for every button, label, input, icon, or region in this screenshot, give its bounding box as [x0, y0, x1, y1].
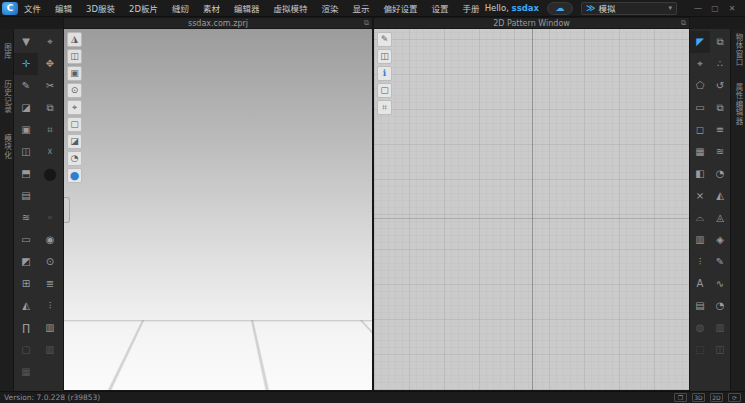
menu-item-6[interactable]: 编辑器: [234, 2, 260, 14]
drape-button[interactable]: ◪: [67, 134, 82, 149]
menu-item-4[interactable]: 缝纫: [172, 2, 189, 14]
viewport-2d[interactable]: ✎◫ℹ▢⌗: [373, 29, 690, 391]
menu-item-0[interactable]: 文件: [24, 2, 41, 14]
menu-item-12[interactable]: 手册: [463, 2, 480, 14]
remove-tool[interactable]: ☓: [38, 141, 62, 163]
simulation-mode-dropdown[interactable]: ≫ 模拟 ▾: [581, 2, 677, 15]
pin-view-button[interactable]: ⊙: [67, 83, 82, 98]
select-avatar-tool[interactable]: ⌖: [38, 31, 62, 53]
move-points-tool[interactable]: ∴: [710, 53, 730, 75]
select-move-tool[interactable]: ✛: [14, 53, 38, 75]
menu-item-9[interactable]: 显示: [353, 2, 370, 14]
seam-tool[interactable]: ≋: [14, 207, 38, 229]
flatten-tool[interactable]: ◬: [710, 207, 730, 229]
shirt-template-tool[interactable]: ◔: [710, 163, 730, 185]
seam-allowance-tool[interactable]: ⫶: [690, 251, 710, 273]
jacket-tool[interactable]: ◭: [14, 295, 38, 317]
reset-layout-button[interactable]: ⟳: [728, 393, 741, 402]
menu-item-8[interactable]: 渲染: [322, 2, 339, 14]
transform-avatar-tool[interactable]: ✥: [38, 53, 62, 75]
tape-tool[interactable]: ▭: [14, 229, 38, 251]
show-avatar-button[interactable]: ⌖: [67, 100, 82, 115]
pants-tool[interactable]: ∏: [14, 317, 38, 339]
info-2d-button[interactable]: ℹ: [377, 66, 392, 81]
toggle-3d-window-button[interactable]: 3D: [692, 393, 705, 402]
arrange-clothes-button[interactable]: ▣: [67, 66, 82, 81]
scene-avatar-button[interactable]: ◮: [67, 32, 82, 47]
rotate-pattern-tool[interactable]: ↺: [710, 75, 730, 97]
swap-cloth-tool[interactable]: ⬒: [14, 163, 38, 185]
zipper-strip-tool[interactable]: ⫶: [38, 295, 62, 317]
show-plane-button[interactable]: ▢: [67, 117, 82, 132]
fabric-roll-2-tool[interactable]: ▥: [38, 339, 62, 361]
show-garment-2d-button[interactable]: ◫: [377, 49, 392, 64]
cut-tool[interactable]: ⨯: [690, 185, 710, 207]
print-layout-tool[interactable]: ◍: [690, 317, 710, 339]
viewport-2d-titlebar[interactable]: 2D Pattern Window ⧉: [373, 17, 690, 29]
pen-tool-2d[interactable]: ✎: [377, 32, 392, 47]
edit-pattern-tool[interactable]: ✎: [14, 75, 38, 97]
copy-pattern-tool[interactable]: ⧉: [710, 97, 730, 119]
expand-2d-icon[interactable]: ⧉: [681, 19, 686, 27]
avatar-sphere-tool[interactable]: ●: [38, 163, 62, 185]
edit-point-tool[interactable]: ⌖: [690, 53, 710, 75]
arrange-garment-tool[interactable]: ▣: [14, 119, 38, 141]
dim-tool-a[interactable]: ⬚: [690, 339, 710, 361]
tab-object-browser[interactable]: 物体窗口: [732, 33, 744, 67]
tab-library[interactable]: 图库: [1, 43, 13, 60]
dart-tool[interactable]: ◧: [690, 163, 710, 185]
internal-polygon-tool[interactable]: ▦: [690, 141, 710, 163]
stroke-tool[interactable]: ⌗: [38, 119, 62, 141]
menu-item-10[interactable]: 偏好设置: [384, 2, 418, 14]
dim-tool-b[interactable]: ◫: [710, 339, 730, 361]
viewport-3d-titlebar[interactable]: ssdax.com.zprj ⧉: [63, 17, 373, 29]
split-view-button[interactable]: ❐: [674, 393, 687, 402]
expand-3d-icon[interactable]: ⧉: [364, 19, 369, 27]
panel-collapse-handle[interactable]: [64, 197, 70, 223]
minimize-button[interactable]: —: [693, 4, 703, 13]
toggle-2d-window-button[interactable]: 2D: [710, 393, 723, 402]
fold-arrange-tool[interactable]: ◭: [710, 185, 730, 207]
viewport-3d[interactable]: ◮◫▣⊙⌖▢◪◔●: [63, 29, 373, 391]
menu-item-3[interactable]: 2D板片: [129, 2, 158, 14]
dim-tool-1[interactable]: ▢: [14, 339, 38, 361]
snapshot-tool[interactable]: ⊞: [14, 273, 38, 295]
show-garment-button[interactable]: ◫: [67, 49, 82, 64]
machine-tool[interactable]: ▦: [14, 361, 38, 383]
measure-wave-tool[interactable]: ∿: [710, 273, 730, 295]
align-tool[interactable]: ≡: [710, 119, 730, 141]
polygon-tool[interactable]: ⬠: [690, 75, 710, 97]
pin-tool[interactable]: ⊙: [38, 251, 62, 273]
small-marker-tool[interactable]: ◦: [38, 207, 62, 229]
symmetry-tool[interactable]: ◈: [710, 229, 730, 251]
menu-item-1[interactable]: 编辑: [55, 2, 72, 14]
menu-item-2[interactable]: 3D服装: [86, 2, 115, 14]
roll-tool[interactable]: ▥: [710, 317, 730, 339]
transform-pattern-tool[interactable]: ◤: [690, 31, 710, 53]
unfold-pattern-tool[interactable]: ⧉: [710, 31, 730, 53]
paper-2d-button[interactable]: ▢: [377, 83, 392, 98]
menu-item-5[interactable]: 素材: [203, 2, 220, 14]
grid-2d-button[interactable]: ⌗: [377, 100, 392, 115]
curve-tool[interactable]: ⌓: [690, 207, 710, 229]
button-tool[interactable]: ◉: [38, 229, 62, 251]
tab-history[interactable]: 历史记录: [1, 80, 13, 114]
globe-button[interactable]: ●: [67, 168, 82, 183]
circle-tool[interactable]: ◻: [690, 119, 710, 141]
text-tool[interactable]: A: [690, 273, 710, 295]
add-garment-tool[interactable]: ◩: [14, 251, 38, 273]
scissors-tool[interactable]: ✂: [38, 75, 62, 97]
tab-property-editor[interactable]: 属性编辑器: [732, 83, 744, 126]
app-logo-icon[interactable]: C: [2, 2, 18, 15]
username-link[interactable]: ssdax: [512, 3, 539, 13]
tab-modular[interactable]: 模块化: [1, 134, 13, 160]
texture-tool[interactable]: ▤: [690, 295, 710, 317]
simulate-tool[interactable]: ▼: [14, 31, 38, 53]
menu-item-7[interactable]: 虚拟模特: [274, 2, 308, 14]
fold-cloth-tool[interactable]: ◫: [14, 141, 38, 163]
elastic-tool[interactable]: ≋: [710, 141, 730, 163]
head-template-tool[interactable]: ◔: [710, 295, 730, 317]
cloud-sync-button[interactable]: ☁: [547, 2, 573, 15]
fabric-cut-tool[interactable]: ⧉: [38, 97, 62, 119]
sewing-machine-tool[interactable]: ▤: [14, 185, 38, 207]
